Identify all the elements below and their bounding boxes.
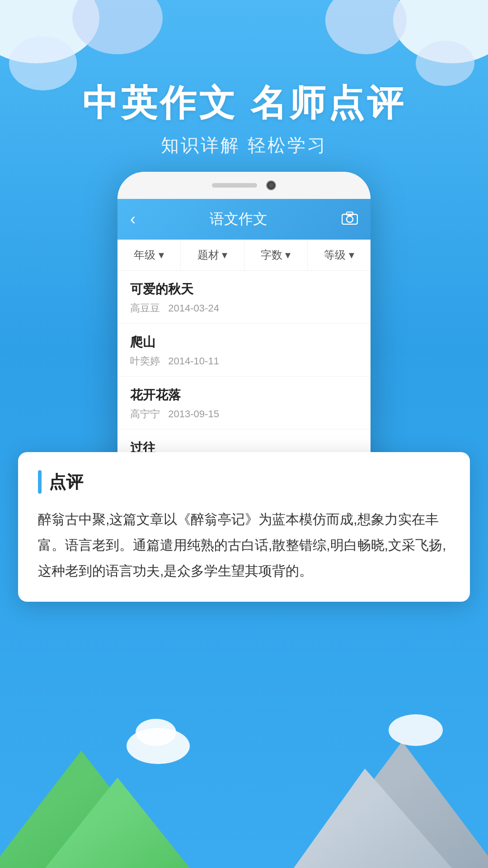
phone-top-bar — [117, 172, 371, 199]
essay-item-1[interactable]: 爬山 叶奕婷 2014-10-11 — [117, 324, 371, 377]
hero-title: 中英作文 名师点评 — [0, 81, 488, 125]
review-accent-bar — [38, 470, 42, 494]
filter-subject[interactable]: 题材 ▾ — [181, 240, 244, 270]
essay-title-2: 花开花落 — [130, 387, 358, 404]
filter-wordcount[interactable]: 字数 ▾ — [244, 240, 308, 270]
review-card-body: 醉翁古中聚,这篇文章以《醉翁亭记》为蓝本模仿而成,想象力实在丰富。语言老到。通篇… — [38, 506, 450, 584]
cloud-bottom-right — [389, 714, 443, 746]
review-card: 点评 醉翁古中聚,这篇文章以《醉翁亭记》为蓝本模仿而成,想象力实在丰富。语言老到… — [18, 452, 470, 602]
filter-grade[interactable]: 年级 ▾ — [117, 240, 181, 270]
essay-meta-0: 高豆豆 2014-03-24 — [130, 302, 358, 315]
bottom-landscape — [0, 714, 488, 868]
filter-bar: 年级 ▾ 题材 ▾ 字数 ▾ 等级 ▾ — [117, 240, 371, 271]
svg-point-1 — [347, 216, 353, 222]
review-card-header: 点评 — [38, 470, 450, 494]
hero-section: 中英作文 名师点评 知识详解 轻松学习 — [0, 81, 488, 158]
app-title: 语文作文 — [210, 209, 267, 229]
essay-meta-2: 高宁宁 2013-09-15 — [130, 407, 358, 421]
essay-item-0[interactable]: 可爱的秋天 高豆豆 2014-03-24 — [117, 271, 371, 324]
review-card-title: 点评 — [49, 471, 83, 494]
essay-meta-1: 叶奕婷 2014-10-11 — [130, 354, 358, 368]
essay-title-0: 可爱的秋天 — [130, 281, 358, 298]
cloud-top-right-3 — [416, 41, 474, 86]
phone-camera-dot — [266, 180, 276, 190]
essay-item-2[interactable]: 花开花落 高宁宁 2013-09-15 — [117, 377, 371, 429]
essay-list: 可爱的秋天 高豆豆 2014-03-24 爬山 叶奕婷 2014-10-11 花… — [117, 271, 371, 469]
filter-level[interactable]: 等级 ▾ — [308, 240, 371, 270]
app-header: ‹ 语文作文 — [117, 199, 371, 240]
camera-button[interactable] — [342, 211, 358, 228]
phone-speaker — [212, 183, 257, 188]
hero-subtitle: 知识详解 轻松学习 — [0, 133, 488, 158]
cloud-bottom-left — [127, 728, 190, 764]
essay-title-1: 爬山 — [130, 334, 358, 351]
back-button[interactable]: ‹ — [130, 210, 136, 229]
